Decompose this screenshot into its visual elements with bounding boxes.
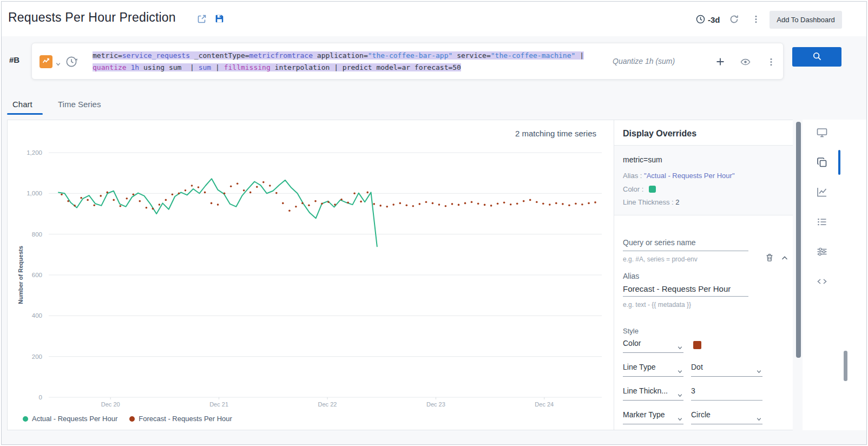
- code-view-button[interactable]: [816, 276, 828, 287]
- panel-scrollbar[interactable]: [796, 122, 801, 358]
- svg-text:Dec 24: Dec 24: [535, 401, 554, 408]
- list-icon: [816, 221, 828, 229]
- line-type-value: Dot: [691, 363, 703, 371]
- save-icon: [214, 18, 225, 26]
- query-type-button[interactable]: [40, 55, 52, 68]
- svg-text:800: 800: [32, 231, 42, 238]
- summary-metric: metric=sum: [623, 155, 662, 164]
- chevron-down-icon: [756, 415, 762, 424]
- chevron-up-icon: [781, 255, 788, 264]
- add-to-dashboard-button[interactable]: Add To Dashboard: [770, 11, 842, 29]
- toggle-visibility-button[interactable]: [740, 56, 751, 68]
- page-title: Requests Per Hour Prediction: [8, 10, 176, 25]
- tab-chart[interactable]: Chart: [12, 100, 32, 109]
- time-range-value[interactable]: -3d: [708, 15, 720, 24]
- svg-text:400: 400: [32, 312, 42, 319]
- chart-settings-button[interactable]: [816, 186, 828, 198]
- legend-item-actual[interactable]: Actual - Requests Per Hour: [23, 415, 117, 423]
- chevron-down-icon: [677, 415, 683, 424]
- chart-panel: 2 matching time series 02004006008001,00…: [7, 120, 793, 430]
- display-overrides-button[interactable]: [816, 156, 828, 168]
- refresh-clock-icon[interactable]: [64, 55, 78, 71]
- tab-time-series[interactable]: Time Series: [58, 100, 101, 109]
- svg-text:Dec 21: Dec 21: [209, 401, 228, 408]
- line-thickness-select[interactable]: Line Thickn...: [623, 386, 683, 401]
- tune-settings-button[interactable]: [816, 246, 828, 258]
- summary-thickness-row: Line Thickness : 2: [623, 198, 680, 206]
- legend-label: Forecast - Requests Per Hour: [139, 415, 232, 423]
- svg-text:200: 200: [32, 353, 42, 360]
- tune-icon: [816, 251, 828, 259]
- add-query-button[interactable]: [715, 57, 725, 67]
- line-type-select[interactable]: Line Type: [623, 363, 683, 377]
- list-view-button[interactable]: [816, 216, 828, 228]
- query-series-hint: e.g. #A, series = prod-env: [623, 255, 698, 263]
- clock-icon: [695, 18, 706, 26]
- monitor-icon: [816, 132, 828, 140]
- marker-type-value: Circle: [691, 410, 711, 419]
- share-icon: [196, 18, 207, 26]
- line-thickness-value-input[interactable]: 3: [691, 386, 762, 401]
- plus-icon: [715, 60, 725, 68]
- svg-text:0: 0: [39, 394, 42, 401]
- svg-text:1,000: 1,000: [27, 190, 42, 196]
- chevron-down-icon: [756, 368, 762, 376]
- app-window: Requests Per Hour Prediction -3d Add To …: [1, 1, 867, 445]
- chevron-down-icon: [677, 368, 683, 376]
- summary-thickness-value: 2: [675, 198, 679, 206]
- line-type-value-select[interactable]: Dot: [691, 363, 762, 377]
- panel-title: Display Overrides: [623, 129, 696, 139]
- query-row-label: #B: [9, 55, 19, 64]
- line-thickness-value: 3: [691, 386, 695, 395]
- query-type-chevron-icon[interactable]: [55, 60, 61, 69]
- svg-text:600: 600: [32, 272, 42, 278]
- style-section-label: Style: [623, 327, 639, 335]
- display-view-button[interactable]: [816, 127, 828, 139]
- legend-dot-forecast: [129, 416, 135, 422]
- refresh-button[interactable]: [729, 14, 739, 24]
- share-button[interactable]: [196, 14, 207, 24]
- alias-input[interactable]: [623, 281, 748, 297]
- refresh-icon: [729, 18, 739, 26]
- svg-text:Dec 23: Dec 23: [426, 401, 445, 408]
- line-type-label: Line Type: [623, 363, 655, 371]
- right-rail-background: [803, 120, 867, 430]
- chart-canvas: 02004006008001,0001,200Dec 20Dec 21Dec 2…: [10, 120, 609, 410]
- query-series-input[interactable]: [623, 242, 748, 251]
- eye-icon: [740, 61, 751, 69]
- color-select[interactable]: Color: [623, 339, 683, 353]
- chart-legend: Actual - Requests Per Hour Forecast - Re…: [23, 415, 232, 423]
- page-scrollbar[interactable]: [844, 351, 847, 381]
- kebab-menu-icon: [752, 17, 760, 25]
- delete-override-button[interactable]: [765, 252, 774, 263]
- trash-icon: [765, 256, 774, 264]
- metrics-chart-icon: [42, 57, 50, 67]
- search-icon: [812, 51, 822, 63]
- svg-text:Dec 20: Dec 20: [101, 401, 120, 408]
- query-card: metric=service_requests _contentType=met…: [31, 43, 784, 80]
- active-series-summary[interactable]: metric=sum Alias : "Actual - Requests Pe…: [614, 145, 793, 215]
- active-tab-underline: [7, 113, 43, 115]
- header-menu-button[interactable]: [752, 15, 760, 24]
- query-menu-button[interactable]: [767, 57, 775, 67]
- query-input[interactable]: metric=service_requests _contentType=met…: [93, 50, 584, 74]
- summary-alias-row: Alias : "Actual - Requests Per Hour": [623, 172, 735, 180]
- run-query-button[interactable]: [792, 47, 841, 67]
- collapse-override-button[interactable]: [781, 254, 788, 262]
- color-select-value: Color: [623, 339, 641, 347]
- marker-type-select[interactable]: Marker Type: [623, 410, 683, 424]
- chevron-down-icon: [677, 391, 683, 400]
- alias-hint: e.g. text - {{ metadata }}: [623, 301, 691, 309]
- save-button[interactable]: [214, 13, 225, 24]
- summary-alias-label: Alias :: [623, 172, 642, 180]
- marker-type-value-select[interactable]: Circle: [691, 410, 762, 424]
- summary-alias-value: "Actual - Requests Per Hour": [644, 172, 734, 180]
- forecast-color-swatch[interactable]: [693, 341, 701, 349]
- marker-type-label: Marker Type: [623, 410, 665, 419]
- kebab-menu-icon: [767, 60, 775, 68]
- legend-item-forecast[interactable]: Forecast - Requests Per Hour: [129, 415, 232, 423]
- active-rail-indicator: [838, 150, 840, 175]
- time-picker-button[interactable]: [695, 14, 706, 24]
- line-thickness-label: Line Thickn...: [623, 386, 668, 395]
- legend-label: Actual - Requests Per Hour: [32, 415, 117, 423]
